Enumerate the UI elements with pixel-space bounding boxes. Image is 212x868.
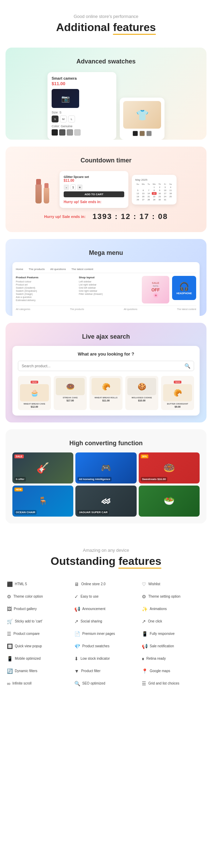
google-maps-icon: 📍 [142, 668, 148, 674]
headphone-label: HEADPHONE [177, 292, 192, 295]
prod-thumb-1[interactable]: NEW 🧁 WHEAT BREAD CAKE $12.00 [18, 376, 51, 410]
search-input-row[interactable]: 🔍 [18, 361, 194, 371]
feature-one-click: ↗ One click [140, 615, 207, 628]
color-swatches [52, 129, 112, 136]
thumb-name-2: STREAK CAKE [56, 397, 85, 399]
shirt-swatch-2[interactable] [139, 131, 145, 136]
calendar-card: May 2025 Su Mo Tu We Th Fr Sa 1 2 3 4 [132, 175, 177, 204]
feature-announcement: 📢 Announcement [72, 603, 140, 615]
product-compare-icon: ☰ [7, 631, 11, 637]
camera-image: 📷 [52, 89, 79, 108]
car-label: JAGUAR SUPER CAR [77, 510, 109, 515]
quick-view-label: Quick view popup [15, 644, 42, 648]
feature-sale-notification: 📢 Sale notification [140, 640, 207, 652]
feature-fully-responsive: 📱 Fully responsive [140, 628, 207, 640]
search-card: What are you looking for ? 🔍 NEW 🧁 WHEAT… [12, 346, 200, 416]
thumb-name-1: WHEAT BREAD CAKE [20, 403, 49, 406]
online-store-icon: 🖥 [74, 581, 79, 587]
features-grid: ⬛ HTML 5 🖥 Online store 2.0 ♡ Wishlist ⚙… [3, 578, 209, 690]
car-icon: 🏎 [102, 496, 110, 506]
html5-label: HTML 5 [15, 582, 27, 586]
hurry-text: Hurry up! Sale ends in: [64, 200, 124, 204]
thumb-price-1: $12.00 [20, 406, 49, 408]
hcf-tech-inner: 🎮 All konwing intelligence [75, 452, 136, 483]
prod-thumb-2[interactable]: 🍩 STREAK CAKE $17.00 [54, 376, 87, 410]
seo-icon: 🔍 [74, 681, 80, 686]
social-sharing-label: Social sharing [81, 619, 102, 623]
food-badge: 30% [141, 455, 148, 458]
search-question: What are you looking for ? [18, 351, 194, 357]
footer-link-2[interactable]: The products [70, 308, 84, 310]
feature-dynamic-filters: 🔄 Dynamic filters [5, 665, 72, 677]
calendar-grid: Su Mo Tu We Th Fr Sa 1 2 3 4 5 6 7 [135, 183, 173, 201]
swatch-gray[interactable] [67, 129, 73, 136]
thumb-price-5: $9.00 [163, 406, 192, 408]
hcf-card-car[interactable]: 🏎 JAGUAR SUPER CAR [75, 486, 136, 517]
size-l[interactable]: L [68, 116, 75, 122]
headphone-icon: 🎧 [179, 282, 189, 291]
hcf-card-food[interactable]: 🍩 30% Sweetreats $16.00 [139, 452, 200, 483]
sale-fifty: 50% [153, 285, 158, 288]
hcf-card-guitar[interactable]: 🎸 SALE h offer [12, 452, 73, 483]
nav-questions[interactable]: All questions [50, 268, 66, 271]
hcf-card-green[interactable]: 🥗 [139, 486, 200, 517]
swatch-lightgray[interactable] [74, 129, 81, 136]
thumb-img-3: 🥐 [92, 378, 120, 395]
new-badge-5: NEW [174, 381, 181, 383]
hcf-food-inner: 🍩 30% Sweetreats $16.00 [139, 452, 200, 483]
retina-ready-label: Retina ready [146, 656, 166, 661]
footer-link-1[interactable]: All categories [16, 308, 30, 310]
col2-title: Shop layout [79, 276, 139, 279]
col1-title: Product Features [16, 276, 76, 279]
swatch-black[interactable] [52, 129, 58, 136]
footer-link-3[interactable]: All questions [124, 308, 137, 310]
add-to-cart-button[interactable]: ADD TO CART [64, 191, 124, 197]
outstanding-section: Amazing on any device Outstanding featur… [0, 530, 212, 704]
col2-item-3: Grid left sidebar [79, 287, 139, 289]
menu-col-layout: Shop layout Left sidebar List right side… [79, 276, 139, 296]
qty-plus[interactable]: + [77, 184, 83, 190]
wishlist-icon: ♡ [142, 581, 146, 587]
col2-item-5: Filter sidebar (Drawer) [79, 293, 139, 295]
col1-item-5: Swatch (Image) [16, 293, 76, 295]
additional-features-header: Good online store's performance Addition… [0, 0, 212, 41]
sale-off: OFF [151, 288, 160, 292]
megamenu-feature-block: Mega menu Home The products All question… [6, 239, 206, 316]
prod-thumb-3[interactable]: 🥐 WHEAT BREAD ROLLS $11.00 [89, 376, 123, 410]
wishlist-label: Wishlist [148, 582, 160, 586]
shirt-swatch-3[interactable] [146, 131, 152, 136]
nav-latest[interactable]: The latest content [71, 268, 93, 271]
size-m[interactable]: M [60, 116, 67, 122]
prod-thumb-4[interactable]: 🍪 MOLASSES COOKIE $10.00 [125, 376, 158, 410]
swatch-darkgray[interactable] [59, 129, 65, 136]
menu-nav-bar: Home The products All questions The late… [16, 266, 196, 273]
guitar-icon: 🎸 [36, 462, 49, 474]
thumb-name-4: MOLASSES COOKIE [127, 397, 156, 399]
col1-item-6: Ask a question [16, 296, 76, 298]
thumb-price-4: $10.00 [127, 399, 156, 402]
nav-products[interactable]: The products [29, 268, 45, 271]
search-input[interactable] [22, 364, 184, 368]
search-section: Live ajax search What are you looking fo… [6, 323, 206, 422]
thumb-name-5: BUTTER CROISSANT [163, 403, 192, 406]
outstanding-subtitle: Amazing on any device [3, 548, 209, 553]
nav-home[interactable]: Home [16, 268, 23, 271]
feature-seo: 🔍 SEO optimized [72, 677, 140, 690]
footer-link-4[interactable]: The latest content [177, 308, 196, 310]
prod-thumb-5[interactable]: NEW 🥐 BUTTER CROISSANT $9.00 [161, 376, 194, 410]
mobile-optimized-label: Mobile optimized [15, 656, 41, 661]
col1-item-3: Swatch (Gradient) [16, 287, 76, 289]
qty-minus[interactable]: - [64, 184, 69, 190]
shirt-swatch-1[interactable] [132, 131, 138, 136]
color-label: Color: Genuine [52, 124, 112, 128]
col2-item-1: Left sidebar [79, 280, 139, 283]
thumb-name-3: WHEAT BREAD ROLLS [92, 397, 120, 399]
feature-retina-ready: ♦ Retina ready [140, 652, 207, 665]
hcf-card-ocean[interactable]: 🪑 NEW OCEAN CHAIR [12, 486, 73, 517]
col2-item-4: Grid right sidebar [79, 290, 139, 292]
size-s[interactable]: S [52, 116, 59, 122]
feature-easy-use: ✓ Easy to use [72, 590, 140, 603]
megamenu-title: Mega menu [12, 249, 200, 257]
hcf-card-tech[interactable]: 🎮 All konwing intelligence [75, 452, 136, 483]
camera-name: Smart camera [52, 76, 112, 80]
